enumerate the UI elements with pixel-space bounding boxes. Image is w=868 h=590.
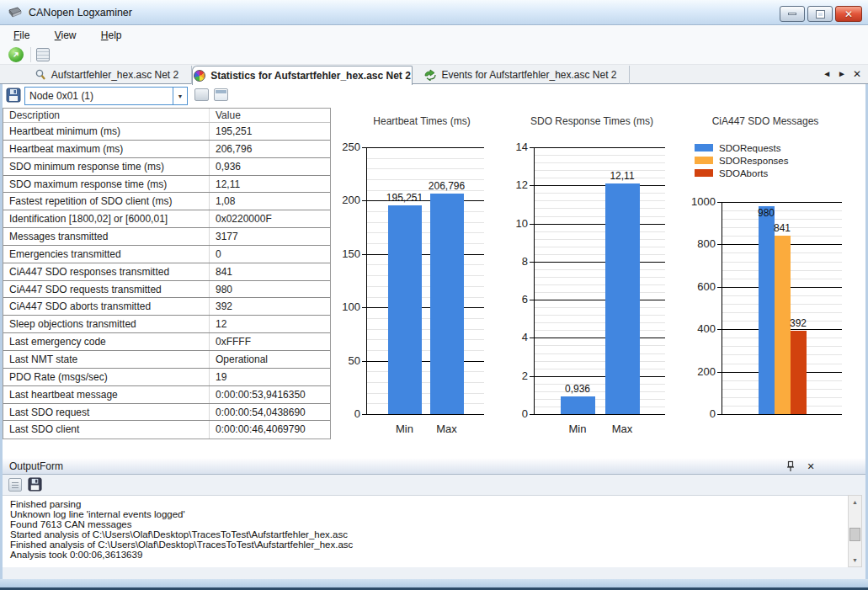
y-axis-tick <box>717 244 722 245</box>
close-button[interactable]: ✕ <box>835 6 862 22</box>
table-row[interactable]: SDO maximum response time (ms)12,11 <box>3 176 330 194</box>
maximize-icon <box>817 11 824 18</box>
save-output-button[interactable] <box>28 477 42 492</box>
table-row[interactable]: CiA447 SDO aborts transmitted392 <box>3 298 330 316</box>
output-line: Finished analysis of C:\Users\Olaf\Deskt… <box>10 540 848 550</box>
bar-value-label: 195,251 <box>386 192 423 204</box>
table-row[interactable]: CiA447 SDO responses transmitted841 <box>3 263 330 281</box>
y-axis-tick-label: 0 <box>491 407 528 420</box>
table-row[interactable]: Last SDO client0:00:00:46,4069790 <box>3 421 330 439</box>
table-row[interactable]: Last emergency code0xFFFF <box>3 333 330 351</box>
table-row[interactable]: Heartbeat minimum (ms)195,251 <box>3 123 330 141</box>
pin-icon[interactable] <box>785 460 796 472</box>
cell-description: Sleep objections transmitted <box>3 316 210 332</box>
minor-gridline <box>367 179 484 180</box>
scroll-down-icon[interactable]: ▼ <box>849 554 861 566</box>
legend-swatch <box>695 169 713 177</box>
tab-statistics[interactable]: Statistics for Aufstartfehler_hex.asc Ne… <box>192 66 413 85</box>
output-panel-header[interactable]: OutputForm ✕ <box>3 459 865 475</box>
cell-description: SDO maximum response time (ms) <box>3 176 210 193</box>
table-row[interactable]: Emergencies transmitted0 <box>3 246 330 263</box>
clear-output-button[interactable] <box>8 478 22 492</box>
minor-gridline <box>535 330 665 331</box>
major-gridline <box>367 200 484 201</box>
y-axis-tick-label: 6 <box>491 293 528 306</box>
table-row[interactable]: Heartbeat maximum (ms)206,796 <box>3 141 330 158</box>
cell-value: 1,08 <box>210 193 330 210</box>
minor-gridline <box>535 353 665 354</box>
table-row[interactable]: Last SDO request0:00:00:54,0438690 <box>3 404 330 422</box>
y-axis-tick-label: 150 <box>323 247 360 260</box>
table-row[interactable]: PDO Rate (msgs/sec)19 <box>3 369 330 386</box>
settings-tool-button[interactable] <box>36 48 50 61</box>
table-row[interactable]: Fastest repetition of SDO client (ms)1,0… <box>3 193 330 210</box>
minor-gridline <box>535 216 665 217</box>
bar-value-label: 12,11 <box>610 170 634 182</box>
toolbar-separator <box>30 47 31 62</box>
minor-gridline <box>367 382 484 383</box>
cell-description: Heartbeat minimum (ms) <box>3 123 210 140</box>
table-row[interactable]: Sleep objections transmitted12 <box>3 316 330 333</box>
table-row[interactable]: SDO minimum response time (ms)0,936 <box>3 158 330 176</box>
menu-file[interactable]: File <box>5 26 38 45</box>
minor-gridline <box>535 407 665 407</box>
major-gridline <box>367 307 484 308</box>
tab-events[interactable]: Events for Aufstartfehler_hex.asc Net 2 <box>413 66 630 84</box>
output-line: Analysis took 0:00:06,3613639 <box>10 550 848 560</box>
title-bar[interactable]: CANopen Logxaminer ✕ <box>0 0 868 25</box>
legend-entry: SDORequests <box>695 141 788 154</box>
minor-gridline <box>367 371 484 372</box>
tab-trace[interactable]: Aufstartfehler_hex.asc Net 2 <box>22 66 192 84</box>
output-panel-title: OutputForm <box>9 459 63 474</box>
statistics-page: Node 0x01 (1) ▼ Description Value Heartb… <box>0 84 868 454</box>
minor-gridline <box>535 155 665 156</box>
floppy-icon <box>6 88 21 103</box>
cell-value: 195,251 <box>210 123 330 140</box>
node-selector-dropdown[interactable]: Node 0x01 (1) ▼ <box>24 87 188 105</box>
legend-entry: SDOResponses <box>695 154 788 167</box>
menu-help[interactable]: Help <box>93 26 130 45</box>
tab-close-button[interactable]: ✕ <box>853 67 861 81</box>
scroll-up-icon[interactable]: ▲ <box>849 496 861 508</box>
tab-events-label: Events for Aufstartfehler_hex.asc Net 2 <box>441 69 616 81</box>
x-axis-category-label: Max <box>436 423 457 435</box>
table-row[interactable]: Messages transmitted3177 <box>3 228 330 246</box>
cell-description: Identification [1800,02] or [6000,01] <box>3 210 210 227</box>
table-row[interactable]: Last heartbeat message0:00:00:53,9416350 <box>3 386 330 404</box>
output-log[interactable]: Finished parsingUnknown log line 'intern… <box>3 495 848 567</box>
window-frame-bottom <box>0 579 868 590</box>
y-axis-tick <box>717 202 722 203</box>
output-close-icon[interactable]: ✕ <box>805 460 817 473</box>
column-header-value[interactable]: Value <box>210 109 330 122</box>
minor-gridline <box>367 297 484 298</box>
tab-scroll-right-button[interactable]: ► <box>838 67 846 81</box>
minor-gridline <box>722 210 842 211</box>
y-axis-tick <box>530 414 535 415</box>
legend-label: SDOAborts <box>719 168 768 178</box>
legend-swatch <box>695 144 713 151</box>
table-row[interactable]: Last NMT stateOperational <box>3 351 330 369</box>
open-trace-button[interactable]: ➜ <box>8 47 24 62</box>
bar-Min <box>561 396 595 414</box>
minor-gridline <box>535 345 665 346</box>
sdo-response-chart-plot: 024681012140,936Min12,11Max <box>534 147 665 415</box>
minor-gridline <box>367 350 484 351</box>
minor-gridline <box>367 393 484 394</box>
scrollbar-thumb[interactable] <box>849 528 860 541</box>
copy-statistics-button[interactable] <box>194 88 209 101</box>
minimize-button[interactable] <box>780 6 805 22</box>
y-axis-tick-label: 400 <box>679 322 716 335</box>
save-statistics-button[interactable] <box>6 88 21 103</box>
tab-scroll-left-button[interactable]: ◄ <box>823 67 831 81</box>
table-row[interactable]: Identification [1800,02] or [6000,01]0x0… <box>3 210 330 228</box>
y-axis-tick-label: 1000 <box>679 195 716 208</box>
open-window-button[interactable] <box>214 88 228 101</box>
y-axis-tick-label: 200 <box>679 365 716 378</box>
app-icon <box>8 7 23 19</box>
table-row[interactable]: CiA447 SDO requests transmitted980 <box>3 281 330 299</box>
maximize-button[interactable] <box>807 6 833 22</box>
output-scrollbar[interactable]: ▲ ▼ <box>848 495 862 567</box>
column-header-description[interactable]: Description <box>3 109 210 122</box>
menu-bar: File View Help <box>0 26 868 45</box>
menu-view[interactable]: View <box>46 26 85 45</box>
